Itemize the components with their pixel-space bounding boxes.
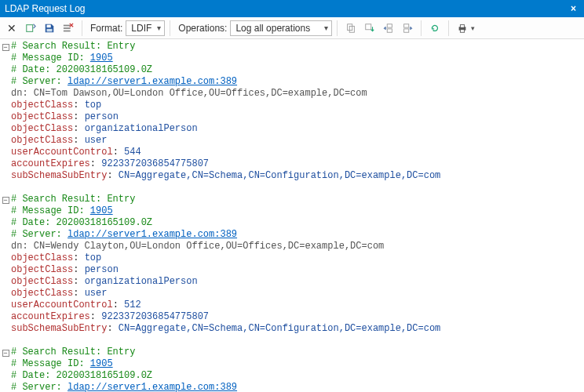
svg-rect-3 bbox=[64, 24, 71, 26]
date-value: 20200318165109.0Z bbox=[57, 64, 152, 75]
svg-rect-9 bbox=[388, 24, 392, 27]
toolbar: ✕ Format: LDIF Operations: Log all opera… bbox=[0, 17, 584, 39]
svg-rect-5 bbox=[64, 30, 71, 31]
attr-key: objectClass bbox=[11, 100, 73, 111]
attr-key: userAccountControl bbox=[11, 147, 113, 158]
svg-rect-15 bbox=[461, 29, 465, 32]
attr-key: objectClass bbox=[11, 135, 73, 146]
msgid-link[interactable]: 1905 bbox=[90, 358, 113, 369]
log-area[interactable]: −# Search Result: Entry# Message ID: 190… bbox=[0, 39, 584, 392]
operations-value: Log all operations bbox=[235, 23, 310, 34]
arrow-down-box-icon bbox=[364, 23, 375, 34]
attr-key: objectClass bbox=[11, 276, 73, 287]
step-down-button[interactable] bbox=[361, 20, 378, 37]
attr-value: CN=Aggregate,CN=Schema,CN=Configuration,… bbox=[119, 170, 440, 181]
server-label: # Server: bbox=[11, 229, 68, 240]
svg-rect-8 bbox=[366, 24, 371, 29]
boxes-right-icon bbox=[402, 23, 413, 34]
attr-key: subSchemaSubEntry bbox=[11, 170, 107, 181]
format-value: LDIF bbox=[131, 23, 151, 34]
entry-header: # Search Result: Entry bbox=[11, 194, 135, 205]
dn-value: CN=Tom Dawson,OU=London Office,OU=Office… bbox=[34, 88, 367, 99]
step-right-button[interactable] bbox=[399, 20, 416, 37]
log-entry: −# Search Result: Entry# Message ID: 190… bbox=[0, 347, 584, 392]
fold-toggle[interactable]: − bbox=[2, 350, 9, 357]
window-title: LDAP Request Log bbox=[5, 0, 86, 17]
refresh-button[interactable] bbox=[426, 20, 443, 37]
x-icon: ✕ bbox=[7, 22, 16, 34]
clear-button[interactable]: ✕ bbox=[3, 20, 20, 37]
attr-value: organizationalPerson bbox=[85, 123, 198, 134]
format-label: Format: bbox=[90, 23, 122, 34]
printer-icon bbox=[457, 23, 468, 34]
chevron-down-icon[interactable]: ▾ bbox=[471, 24, 475, 32]
attr-value: person bbox=[85, 111, 119, 122]
msgid-label: # Message ID: bbox=[11, 205, 90, 216]
server-link[interactable]: ldap://server1.example.com:389 bbox=[68, 229, 237, 240]
entry-header: # Search Result: Entry bbox=[11, 347, 135, 358]
dn-label: dn: bbox=[11, 88, 34, 99]
entry-header: # Search Result: Entry bbox=[11, 41, 135, 52]
log-entry: −# Search Result: Entry# Message ID: 190… bbox=[0, 194, 584, 335]
fold-toggle[interactable]: − bbox=[2, 44, 9, 51]
svg-rect-1 bbox=[47, 24, 51, 27]
attr-value: top bbox=[85, 252, 102, 263]
date-label: # Date: bbox=[11, 217, 57, 228]
boxes-left-icon bbox=[383, 23, 394, 34]
attr-value: 9223372036854775807 bbox=[101, 158, 209, 169]
attr-value: 9223372036854775807 bbox=[101, 311, 209, 322]
fold-toggle[interactable]: − bbox=[2, 197, 9, 204]
server-label: # Server: bbox=[11, 382, 68, 392]
msgid-label: # Message ID: bbox=[11, 358, 90, 369]
operations-combo[interactable]: Log all operations bbox=[230, 20, 332, 36]
copy-button[interactable] bbox=[342, 20, 360, 37]
attr-value: CN=Aggregate,CN=Schema,CN=Configuration,… bbox=[119, 323, 440, 334]
refresh-icon bbox=[429, 23, 440, 34]
msgid-label: # Message ID: bbox=[11, 53, 90, 64]
title-bar: LDAP Request Log × bbox=[0, 0, 584, 17]
attr-key: objectClass bbox=[11, 252, 73, 263]
operations-label: Operations: bbox=[178, 23, 227, 34]
attr-key: accountExpires bbox=[11, 158, 90, 169]
attr-value: organizationalPerson bbox=[85, 276, 198, 287]
date-value: 20200318165109.0Z bbox=[57, 217, 152, 228]
attr-value: 512 bbox=[124, 299, 141, 310]
attr-value: 544 bbox=[124, 147, 141, 158]
date-label: # Date: bbox=[11, 370, 57, 381]
server-link[interactable]: ldap://server1.example.com:389 bbox=[68, 382, 237, 392]
server-link[interactable]: ldap://server1.example.com:389 bbox=[68, 76, 237, 87]
date-value: 20200318165109.0Z bbox=[57, 370, 152, 381]
date-label: # Date: bbox=[11, 64, 57, 75]
svg-rect-2 bbox=[47, 28, 53, 31]
svg-rect-12 bbox=[404, 28, 409, 31]
step-left-button[interactable] bbox=[380, 20, 397, 37]
svg-rect-0 bbox=[27, 24, 33, 31]
attr-key: accountExpires bbox=[11, 311, 90, 322]
attr-key: objectClass bbox=[11, 111, 73, 122]
export-button[interactable] bbox=[22, 20, 39, 37]
save-button[interactable] bbox=[41, 20, 58, 37]
svg-rect-10 bbox=[388, 28, 392, 31]
separator bbox=[82, 20, 82, 36]
save-icon bbox=[44, 23, 55, 34]
separator bbox=[337, 20, 338, 36]
close-icon[interactable]: × bbox=[568, 0, 579, 17]
attr-value: top bbox=[85, 100, 102, 111]
print-button[interactable] bbox=[454, 20, 471, 37]
attr-value: person bbox=[85, 264, 119, 275]
attr-key: userAccountControl bbox=[11, 299, 113, 310]
format-combo[interactable]: LDIF bbox=[126, 20, 165, 36]
attr-key: objectClass bbox=[11, 288, 73, 299]
separator bbox=[448, 20, 449, 36]
copy-icon bbox=[345, 23, 356, 34]
delete-row-button[interactable] bbox=[60, 20, 77, 37]
dn-label: dn: bbox=[11, 241, 34, 252]
attr-key: objectClass bbox=[11, 264, 73, 275]
msgid-link[interactable]: 1905 bbox=[90, 53, 113, 64]
separator bbox=[421, 20, 422, 36]
attr-value: user bbox=[85, 135, 108, 146]
export-icon bbox=[25, 23, 36, 34]
attr-key: subSchemaSubEntry bbox=[11, 323, 107, 334]
msgid-link[interactable]: 1905 bbox=[90, 205, 113, 216]
svg-rect-11 bbox=[404, 24, 409, 27]
